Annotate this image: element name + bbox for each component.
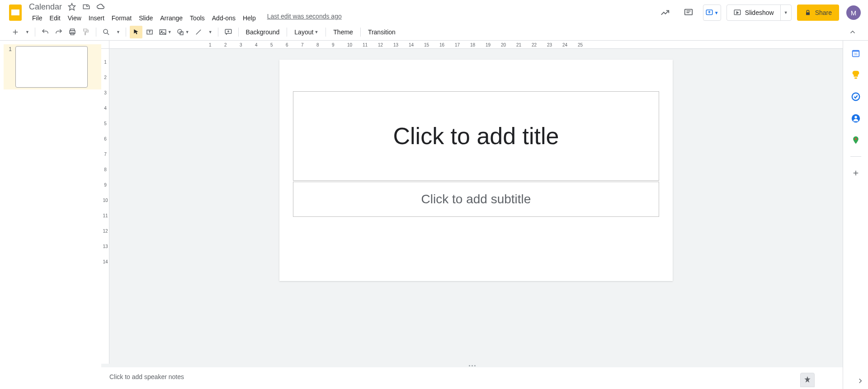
svg-point-36 <box>854 138 856 140</box>
separator <box>850 156 861 157</box>
new-slide-button[interactable] <box>9 26 22 38</box>
cloud-status-icon[interactable] <box>96 2 105 11</box>
caret-down-icon: ▼ <box>714 10 719 15</box>
separator <box>360 28 361 37</box>
calendar-addon-icon[interactable]: 31 <box>850 48 861 59</box>
redo-button[interactable] <box>52 26 65 38</box>
canvas-area: 1234567891011121314151617181920212223242… <box>101 41 843 389</box>
slide-thumbnail[interactable] <box>15 46 88 88</box>
zoom-button[interactable] <box>100 26 113 38</box>
layout-label: Layout <box>294 28 313 36</box>
menubar: File Edit View Insert Format Slide Arran… <box>29 13 656 23</box>
tasks-addon-icon[interactable] <box>850 91 861 102</box>
slideshow-label: Slideshow <box>745 9 774 16</box>
menu-help[interactable]: Help <box>240 13 259 23</box>
transition-button[interactable]: Transition <box>364 26 399 38</box>
share-button[interactable]: Share <box>797 5 839 21</box>
toolbar: ▼ ▼ ▼ ▼ ▼ Background Layout▼ Theme Trans… <box>0 23 868 41</box>
svg-rect-15 <box>84 29 87 31</box>
svg-text:31: 31 <box>854 52 857 56</box>
layout-button[interactable]: Layout▼ <box>291 26 322 38</box>
star-icon[interactable] <box>67 2 76 11</box>
svg-line-25 <box>196 29 201 34</box>
svg-marker-2 <box>69 4 75 10</box>
svg-line-17 <box>107 33 109 35</box>
slideshow-dropdown[interactable]: ▼ <box>780 5 791 20</box>
contacts-addon-icon[interactable] <box>850 113 861 124</box>
menu-edit[interactable]: Edit <box>47 13 64 23</box>
textbox-tool[interactable] <box>143 26 156 38</box>
present-upload-button[interactable]: ▼ <box>703 5 721 21</box>
subtitle-placeholder-box[interactable]: Click to add subtitle <box>293 182 659 217</box>
separator <box>287 28 287 37</box>
svg-rect-9 <box>806 12 810 15</box>
title-placeholder-box[interactable]: Click to add title <box>293 91 659 181</box>
image-tool[interactable]: ▼ <box>157 26 174 38</box>
separator <box>218 28 218 37</box>
menu-view[interactable]: View <box>65 13 85 23</box>
share-label: Share <box>815 9 832 16</box>
slide-canvas[interactable]: Click to add title Click to add subtitle <box>279 60 673 281</box>
side-panel: 31 <box>843 41 868 389</box>
menu-format[interactable]: Format <box>108 13 135 23</box>
comments-icon[interactable] <box>679 4 698 22</box>
lock-icon <box>804 9 811 16</box>
add-addon-button[interactable] <box>850 168 861 178</box>
menu-addons[interactable]: Add-ons <box>209 13 239 23</box>
shape-tool[interactable]: ▼ <box>175 26 191 38</box>
menu-arrange[interactable]: Arrange <box>157 13 186 23</box>
maps-addon-icon[interactable] <box>850 135 861 145</box>
present-icon <box>733 9 741 17</box>
slide-panel: 1 <box>0 41 101 389</box>
zoom-dropdown[interactable]: ▼ <box>113 26 122 38</box>
collapse-toolbar-button[interactable] <box>846 26 859 38</box>
speaker-notes[interactable]: Click to add speaker notes <box>101 367 843 389</box>
svg-rect-3 <box>685 9 693 15</box>
menu-tools[interactable]: Tools <box>187 13 208 23</box>
subtitle-placeholder-text: Click to add subtitle <box>421 192 531 206</box>
menu-slide[interactable]: Slide <box>136 13 156 23</box>
svg-rect-32 <box>854 78 857 79</box>
svg-point-35 <box>854 116 857 119</box>
print-button[interactable] <box>66 26 79 38</box>
explore-button[interactable] <box>800 373 815 387</box>
slideshow-button[interactable]: Slideshow <box>727 5 780 20</box>
hide-side-panel-button[interactable] <box>856 377 864 386</box>
slideshow-button-group: Slideshow ▼ <box>726 5 792 21</box>
theme-button[interactable]: Theme <box>330 26 357 38</box>
svg-marker-8 <box>736 12 738 14</box>
app-logo[interactable] <box>7 5 24 21</box>
activity-icon[interactable] <box>656 4 674 22</box>
doc-title[interactable]: Calendar <box>29 2 62 12</box>
new-slide-dropdown[interactable]: ▼ <box>23 26 31 38</box>
line-dropdown[interactable]: ▼ <box>206 26 214 38</box>
separator <box>35 28 35 37</box>
ruler-vertical[interactable]: 1234567891011121314 <box>101 49 109 364</box>
comment-button[interactable] <box>222 26 235 38</box>
separator <box>238 28 239 37</box>
undo-button[interactable] <box>39 26 52 38</box>
title-placeholder-text: Click to add title <box>393 122 559 150</box>
caret-down-icon: ▼ <box>314 30 318 34</box>
background-button[interactable]: Background <box>242 26 283 38</box>
separator <box>326 28 326 37</box>
menu-file[interactable]: File <box>29 13 46 23</box>
move-icon[interactable] <box>82 2 91 11</box>
svg-rect-1 <box>11 9 19 15</box>
select-tool[interactable] <box>130 26 142 38</box>
keep-addon-icon[interactable] <box>850 70 861 80</box>
paint-format-button[interactable] <box>80 26 92 38</box>
separator <box>96 28 96 37</box>
last-edit-link[interactable]: Last edit was seconds ago <box>267 13 342 23</box>
slide-number: 1 <box>5 46 12 88</box>
separator <box>126 28 126 37</box>
notes-resize-handle[interactable] <box>101 364 843 367</box>
slide-thumbnail-row[interactable]: 1 <box>4 44 101 89</box>
svg-point-16 <box>104 29 108 33</box>
line-tool[interactable] <box>192 26 205 38</box>
menu-insert[interactable]: Insert <box>85 13 108 23</box>
account-avatar[interactable]: M <box>846 5 861 20</box>
ruler-horizontal[interactable]: 1234567891011121314151617181920212223242… <box>109 41 843 49</box>
ruler-corner <box>101 41 109 49</box>
